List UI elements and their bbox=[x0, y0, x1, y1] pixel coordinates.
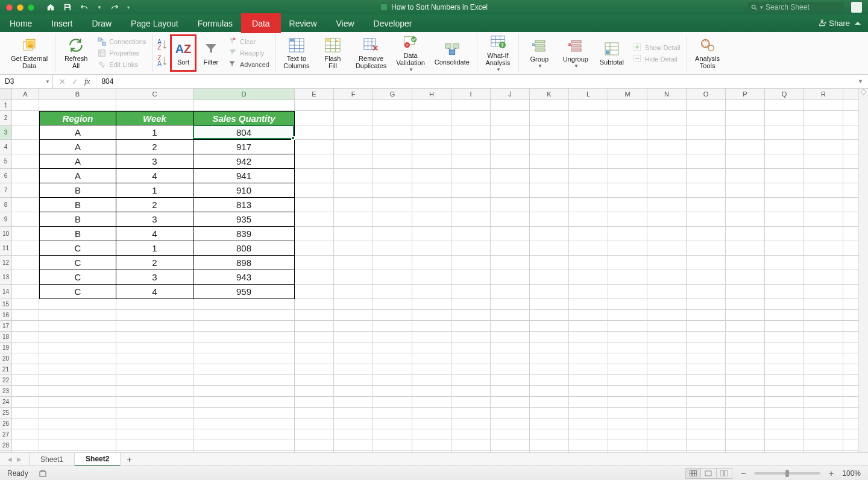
tab-view[interactable]: View bbox=[327, 14, 364, 32]
col-header-R[interactable]: R bbox=[804, 89, 843, 99]
col-header-O[interactable]: O bbox=[687, 89, 726, 99]
filter-button[interactable]: Filter bbox=[200, 34, 222, 72]
get-external-data-button[interactable]: Get External Data bbox=[8, 34, 50, 72]
sheet-tab-sheet2[interactable]: Sheet2 bbox=[75, 453, 121, 466]
col-header-Q[interactable]: Q bbox=[765, 89, 804, 99]
col-header-P[interactable]: P bbox=[726, 89, 765, 99]
save-icon[interactable] bbox=[63, 3, 72, 11]
row-header-18[interactable]: 18 bbox=[0, 332, 12, 343]
row-header-19[interactable]: 19 bbox=[0, 343, 12, 353]
table-cell[interactable]: 4 bbox=[116, 285, 193, 299]
row-header-23[interactable]: 23 bbox=[0, 386, 12, 397]
table-cell[interactable]: 2 bbox=[116, 140, 193, 154]
row-header-7[interactable]: 7 bbox=[0, 183, 12, 198]
fx-icon[interactable]: fx bbox=[84, 77, 90, 86]
tab-insert[interactable]: Insert bbox=[42, 14, 82, 32]
consolidate-button[interactable]: Consolidate bbox=[432, 34, 472, 72]
table-cell[interactable]: B bbox=[39, 183, 116, 198]
tab-developer[interactable]: Developer bbox=[364, 14, 422, 32]
what-if-analysis-button[interactable]: ?What-If Analysis▼ bbox=[482, 34, 514, 72]
table-cell[interactable]: C bbox=[39, 285, 116, 299]
table-header[interactable]: Region bbox=[39, 111, 116, 125]
profile-icon[interactable] bbox=[851, 2, 862, 13]
sort-desc-button[interactable]: ZA bbox=[157, 56, 167, 66]
text-to-columns-button[interactable]: Text to Columns bbox=[281, 34, 312, 72]
row-header-26[interactable]: 26 bbox=[0, 418, 12, 429]
row-header-5[interactable]: 5 bbox=[0, 154, 12, 169]
col-header-K[interactable]: K bbox=[530, 89, 569, 99]
table-cell[interactable]: 943 bbox=[193, 270, 295, 285]
table-cell[interactable]: 839 bbox=[193, 227, 295, 241]
row-header-14[interactable]: 14 bbox=[0, 285, 12, 299]
table-cell[interactable]: B bbox=[39, 198, 116, 212]
table-cell[interactable]: 3 bbox=[116, 212, 193, 227]
row-header-10[interactable]: 10 bbox=[0, 227, 12, 241]
table-cell[interactable]: 813 bbox=[193, 198, 295, 212]
flash-fill-button[interactable]: Flash Fill bbox=[317, 34, 348, 72]
group-button[interactable]: +Group▼ bbox=[524, 34, 555, 72]
qat-customize-icon[interactable]: ▾ bbox=[127, 5, 130, 10]
subtotal-button[interactable]: Subtotal bbox=[596, 34, 627, 72]
row-header-16[interactable]: 16 bbox=[0, 310, 12, 321]
table-cell[interactable]: C bbox=[39, 270, 116, 285]
view-page-layout-button[interactable] bbox=[701, 468, 717, 479]
row-header-22[interactable]: 22 bbox=[0, 375, 12, 386]
table-header[interactable]: Sales Quantity bbox=[193, 111, 295, 125]
zoom-out-button[interactable]: − bbox=[741, 469, 746, 478]
remove-duplicates-button[interactable]: Remove Duplicates bbox=[353, 34, 389, 72]
table-cell[interactable]: 959 bbox=[193, 285, 295, 299]
table-header[interactable]: Week bbox=[116, 111, 193, 125]
ungroup-button[interactable]: −Ungroup▼ bbox=[560, 34, 591, 72]
table-cell[interactable]: C bbox=[39, 256, 116, 270]
sheet-nav-prev-icon[interactable]: ◀ bbox=[7, 456, 12, 463]
tab-page-layout[interactable]: Page Layout bbox=[121, 14, 188, 32]
col-header-J[interactable]: J bbox=[491, 89, 530, 99]
view-page-break-button[interactable] bbox=[717, 468, 732, 479]
search-sheet-box[interactable]: ▾ Search Sheet bbox=[747, 2, 844, 13]
table-cell[interactable]: 804 bbox=[193, 125, 295, 140]
table-cell[interactable]: 4 bbox=[116, 227, 193, 241]
table-cell[interactable]: 2 bbox=[116, 198, 193, 212]
table-cell[interactable]: 4 bbox=[116, 169, 193, 183]
table-cell[interactable]: B bbox=[39, 227, 116, 241]
row-header-21[interactable]: 21 bbox=[0, 364, 12, 375]
vertical-scrollbar[interactable] bbox=[858, 89, 868, 452]
cells-viewport[interactable]: RegionWeekSales QuantityA1804A2917A3942A… bbox=[12, 100, 868, 466]
sort-asc-button[interactable]: AZ bbox=[157, 40, 167, 50]
analysis-tools-button[interactable]: Analysis Tools bbox=[692, 34, 723, 72]
window-zoom-icon[interactable] bbox=[28, 4, 34, 11]
row-header-2[interactable]: 2 bbox=[0, 111, 12, 125]
undo-icon[interactable] bbox=[80, 3, 89, 11]
col-header-H[interactable]: H bbox=[412, 89, 451, 99]
add-sheet-button[interactable]: + bbox=[121, 455, 137, 464]
advanced-filter-button[interactable]: Advanced bbox=[227, 60, 271, 69]
row-header-15[interactable]: 15 bbox=[0, 299, 12, 310]
table-cell[interactable]: 1 bbox=[116, 183, 193, 198]
zoom-level[interactable]: 100% bbox=[842, 469, 861, 478]
row-header-27[interactable]: 27 bbox=[0, 429, 12, 440]
name-box-dropdown-icon[interactable]: ▼ bbox=[45, 79, 50, 84]
row-header-9[interactable]: 9 bbox=[0, 212, 12, 227]
data-validation-button[interactable]: Data Validation▼ bbox=[394, 34, 427, 72]
home-icon[interactable] bbox=[46, 3, 55, 11]
col-header-I[interactable]: I bbox=[451, 89, 491, 99]
sheet-tab-sheet1[interactable]: Sheet1 bbox=[29, 453, 75, 466]
row-header-3[interactable]: 3 bbox=[0, 125, 12, 140]
sort-button[interactable]: AZ Sort bbox=[170, 34, 197, 72]
col-header-B[interactable]: B bbox=[39, 89, 116, 99]
view-normal-button[interactable] bbox=[685, 468, 701, 479]
col-header-N[interactable]: N bbox=[647, 89, 687, 99]
table-cell[interactable]: A bbox=[39, 169, 116, 183]
table-cell[interactable]: 1 bbox=[116, 125, 193, 140]
row-header-11[interactable]: 11 bbox=[0, 241, 12, 256]
share-button[interactable]: Share bbox=[819, 19, 850, 28]
table-cell[interactable]: 808 bbox=[193, 241, 295, 256]
table-cell[interactable]: A bbox=[39, 140, 116, 154]
table-cell[interactable]: 1 bbox=[116, 241, 193, 256]
macro-record-icon[interactable] bbox=[39, 469, 49, 478]
table-cell[interactable]: B bbox=[39, 212, 116, 227]
table-cell[interactable]: 3 bbox=[116, 154, 193, 169]
table-cell[interactable]: C bbox=[39, 241, 116, 256]
sheet-nav-next-icon[interactable]: ▶ bbox=[17, 456, 22, 463]
zoom-slider[interactable] bbox=[754, 472, 820, 475]
